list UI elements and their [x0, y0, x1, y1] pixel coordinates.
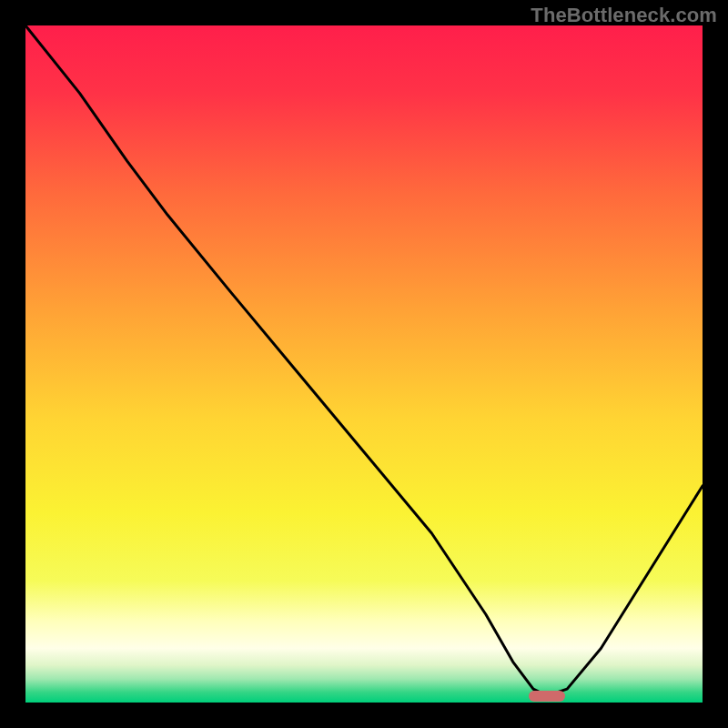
minimum-marker — [529, 691, 565, 702]
chart-frame: TheBottleneck.com — [0, 0, 728, 728]
watermark-text: TheBottleneck.com — [531, 4, 717, 27]
bottleneck-curve — [25, 25, 703, 703]
plot-area — [25, 25, 703, 703]
